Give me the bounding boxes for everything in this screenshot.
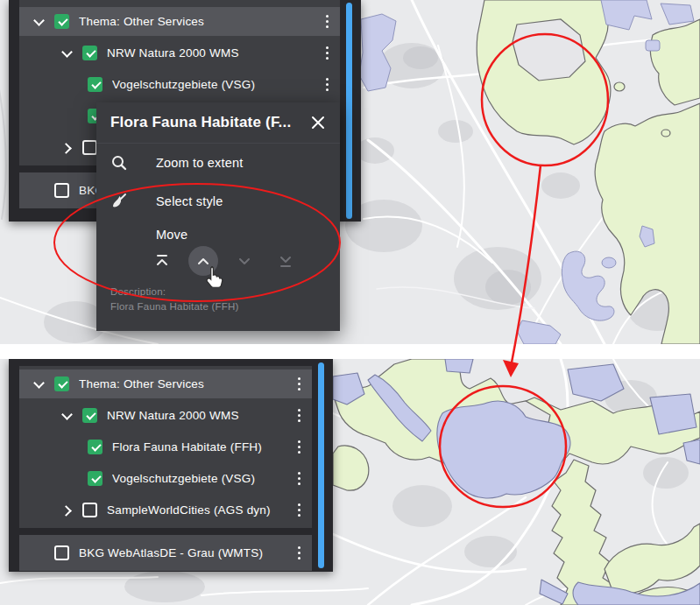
layer-context-menu: Flora Fauna Habitate (F... Zoom to exten…: [96, 102, 340, 331]
kebab-menu-icon[interactable]: [293, 376, 305, 392]
description-label: Description:: [110, 286, 340, 297]
close-icon[interactable]: [308, 113, 328, 132]
move-down-button[interactable]: [230, 246, 259, 276]
layer-label: Flora Fauna Habitate (FFH): [112, 440, 262, 454]
layer-group-card: Thema: Other Services NRW Natura 2000 WM…: [19, 366, 312, 528]
layer-checkbox[interactable]: [82, 140, 97, 155]
screenshot-root: Thema: Other Services NRW Natura 2000 WM…: [0, 0, 700, 605]
layer-checkbox[interactable]: [54, 376, 69, 391]
layer-checkbox[interactable]: [82, 408, 97, 423]
layer-row-ffh[interactable]: Flora Fauna Habitate (FFH): [19, 433, 312, 461]
move-buttons-row: [96, 246, 340, 276]
layer-row-vsg[interactable]: Vogelschutzgebiete (VSG): [19, 464, 312, 493]
context-menu-title: Flora Fauna Habitate (F...: [110, 114, 291, 131]
chevron-spacer: [32, 546, 46, 560]
chevron-down-icon[interactable]: [60, 46, 74, 60]
layer-label: NRW Natura 2000 WMS: [107, 46, 239, 60]
menu-item-label: Select style: [156, 194, 223, 208]
map-view-after: Thema: Other Services NRW Natura 2000 WM…: [0, 359, 700, 605]
layer-label: Thema: Other Services: [79, 377, 204, 390]
kebab-menu-icon[interactable]: [293, 408, 305, 424]
chevron-down-icon[interactable]: [32, 377, 46, 391]
kebab-menu-icon[interactable]: [293, 503, 305, 518]
layer-row-vsg[interactable]: Vogelschutzgebiete (VSG): [19, 70, 340, 99]
layer-checkbox[interactable]: [54, 183, 69, 198]
menu-item-select-style[interactable]: Select style: [96, 182, 340, 221]
magnifier-icon: [110, 154, 130, 172]
menu-item-zoom-to-extent[interactable]: Zoom to extent: [96, 144, 340, 182]
kebab-menu-icon[interactable]: [293, 545, 305, 561]
kebab-menu-icon[interactable]: [321, 14, 333, 30]
chevron-right-icon[interactable]: [60, 141, 74, 155]
kebab-menu-icon[interactable]: [293, 471, 305, 487]
layer-checkbox[interactable]: [82, 503, 97, 517]
layer-label: BKG WebAtlasDE - Grau (WMTS): [79, 546, 263, 559]
layer-tree-panel-after: Thema: Other Services NRW Natura 2000 WM…: [9, 359, 333, 572]
panel-scrollbar[interactable]: [318, 362, 324, 568]
layer-label: Thema: Other Services: [79, 15, 204, 28]
layer-row-thema[interactable]: Thema: Other Services: [19, 7, 340, 36]
map-view-before: Thema: Other Services NRW Natura 2000 WM…: [0, 0, 700, 344]
kebab-menu-icon[interactable]: [321, 77, 333, 93]
layer-label: NRW Natura 2000 WMS: [107, 409, 239, 422]
layer-label: Vogelschutzgebiete (VSG): [112, 78, 255, 91]
layer-row-thema[interactable]: Thema: Other Services: [19, 369, 312, 398]
move-section-label: Move: [96, 228, 340, 242]
basemap-card: BKG WebAtlasDE - Grau (WMTS): [19, 535, 312, 571]
layer-checkbox[interactable]: [88, 471, 103, 486]
move-up-button[interactable]: [188, 246, 218, 276]
kebab-menu-icon[interactable]: [293, 440, 305, 455]
layer-checkbox[interactable]: [88, 77, 103, 92]
layer-description: Description: Flora Fauna Habitate (FFH): [96, 286, 340, 312]
layer-row-sampleworldcities[interactable]: SampleWorldCities (AGS dyn): [19, 496, 312, 524]
chevron-down-icon[interactable]: [60, 409, 74, 423]
layer-checkbox[interactable]: [82, 46, 97, 60]
menu-item-label: Zoom to extent: [156, 156, 244, 170]
move-to-bottom-button[interactable]: [271, 246, 301, 276]
layer-checkbox[interactable]: [54, 14, 69, 29]
move-to-top-button[interactable]: [147, 246, 177, 276]
style-brush-icon: [110, 193, 130, 210]
layer-row-bkg[interactable]: BKG WebAtlasDE - Grau (WMTS): [19, 538, 312, 567]
layer-checkbox[interactable]: [54, 545, 69, 560]
context-menu-header: Flora Fauna Habitate (F...: [96, 102, 340, 144]
description-value: Flora Fauna Habitate (FFH): [110, 301, 340, 312]
layer-checkbox[interactable]: [88, 440, 103, 454]
chevron-spacer: [32, 184, 46, 198]
layer-label: Vogelschutzgebiete (VSG): [112, 472, 255, 485]
panel-scrollbar[interactable]: [346, 3, 352, 219]
chevron-down-icon[interactable]: [32, 15, 46, 29]
kebab-menu-icon[interactable]: [321, 46, 333, 61]
layer-label: SampleWorldCities (AGS dyn): [107, 503, 271, 517]
layer-row-nrw[interactable]: NRW Natura 2000 WMS: [19, 401, 312, 430]
layer-row-nrw[interactable]: NRW Natura 2000 WMS: [19, 39, 340, 67]
chevron-right-icon[interactable]: [60, 503, 74, 517]
